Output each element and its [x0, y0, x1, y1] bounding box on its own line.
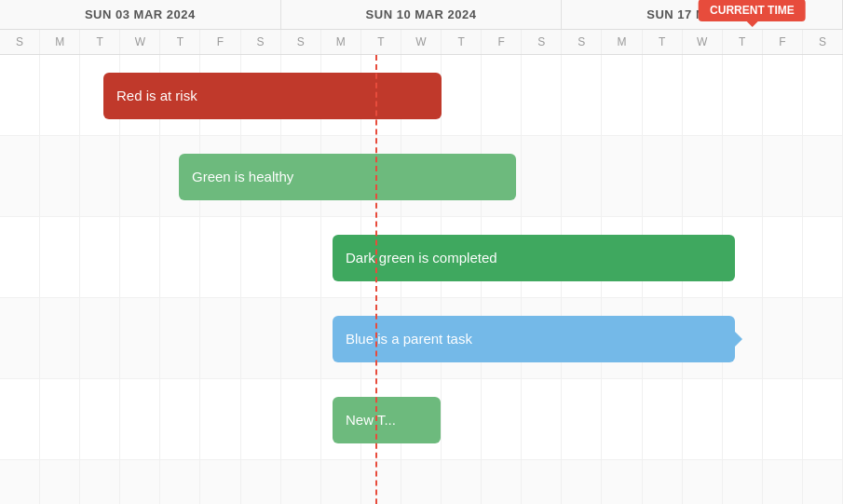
- grid-cell-5-16: [643, 460, 683, 504]
- grid-row-5: [0, 460, 843, 504]
- grid-cell-1-14: [562, 136, 602, 216]
- grid-cell-5-10: [401, 460, 442, 504]
- grid-area: CURRENT TIMERed is at riskGreen is healt…: [0, 55, 843, 504]
- grid-cell-0-15: [602, 55, 642, 135]
- day-cell-8: M: [321, 30, 361, 54]
- grid-cell-3-6: [241, 298, 281, 378]
- grid-cell-0-18: [723, 55, 763, 135]
- grid-cell-4-6: [241, 379, 281, 459]
- day-cell-0: S: [0, 30, 40, 54]
- current-time-line: CURRENT TIME: [375, 55, 377, 504]
- grid-cell-1-16: [643, 136, 683, 216]
- day-header: SMTWTFSSMTWTFSSMTWTFS: [0, 30, 843, 55]
- grid-cell-5-0: [0, 460, 40, 504]
- grid-cell-5-9: [361, 460, 401, 504]
- grid-cell-3-7: [281, 298, 321, 378]
- grid-cell-4-5: [200, 379, 240, 459]
- day-cell-19: F: [763, 30, 803, 54]
- day-cell-20: S: [803, 30, 843, 54]
- grid-cell-5-13: [522, 460, 562, 504]
- day-cell-18: T: [723, 30, 763, 54]
- grid-cell-2-1: [40, 217, 80, 297]
- day-cell-13: S: [522, 30, 562, 54]
- day-cell-1: M: [40, 30, 80, 54]
- day-cell-14: S: [562, 30, 602, 54]
- grid-cell-2-7: [281, 217, 321, 297]
- grid-cell-1-0: [0, 136, 40, 216]
- grid-cell-4-18: [723, 379, 763, 459]
- grid-cell-4-16: [643, 379, 683, 459]
- grid-cell-3-2: [80, 298, 120, 378]
- gantt-container: SUN 03 MAR 2024 SUN 10 MAR 2024 SUN 17 M…: [0, 0, 843, 504]
- grid-cell-5-12: [482, 460, 522, 504]
- task-label-green-task: Green is healthy: [192, 169, 293, 184]
- task-label-new-task: New T...: [346, 412, 396, 428]
- grid-cell-1-2: [80, 136, 120, 216]
- grid-cell-2-6: [241, 217, 281, 297]
- grid-cell-0-20: [803, 55, 843, 135]
- grid-cell-0-11: [442, 55, 482, 135]
- grid-cell-5-15: [602, 460, 642, 504]
- grid-cell-5-18: [723, 460, 763, 504]
- grid-cell-2-5: [200, 217, 240, 297]
- day-cell-3: W: [120, 30, 160, 54]
- grid-cell-1-13: [522, 136, 562, 216]
- task-bar-dark-green-task[interactable]: Dark green is completed: [333, 235, 735, 281]
- grid-cell-0-1: [40, 55, 80, 135]
- grid-cell-0-14: [562, 55, 602, 135]
- task-label-dark-green-task: Dark green is completed: [346, 250, 497, 266]
- grid-cell-2-2: [80, 217, 120, 297]
- grid-cell-2-20: [803, 217, 843, 297]
- grid-cell-4-2: [80, 379, 120, 459]
- task-label-blue-task: Blue is a parent task: [346, 331, 472, 347]
- day-cell-11: T: [442, 30, 482, 54]
- grid-cell-1-18: [723, 136, 763, 216]
- grid-cell-1-17: [683, 136, 723, 216]
- day-cell-5: F: [200, 30, 240, 54]
- day-cell-17: W: [683, 30, 723, 54]
- day-cell-2: T: [80, 30, 120, 54]
- grid-cell-1-3: [120, 136, 160, 216]
- grid-cell-5-20: [803, 460, 843, 504]
- grid-cell-4-1: [40, 379, 80, 459]
- grid-cell-1-1: [40, 136, 80, 216]
- grid-cell-5-5: [200, 460, 240, 504]
- grid-cell-1-15: [602, 136, 642, 216]
- week-label-1: SUN 10 MAR 2024: [281, 0, 563, 29]
- grid-cell-3-5: [200, 298, 240, 378]
- grid-cell-0-0: [0, 55, 40, 135]
- grid-cell-5-6: [241, 460, 281, 504]
- grid-cell-0-16: [643, 55, 683, 135]
- grid-cell-4-14: [562, 379, 602, 459]
- grid-cell-4-0: [0, 379, 40, 459]
- grid-cell-1-20: [803, 136, 843, 216]
- grid-cell-4-15: [602, 379, 642, 459]
- grid-cell-3-19: [763, 298, 803, 378]
- grid-cell-5-4: [160, 460, 200, 504]
- grid-cell-0-12: [482, 55, 522, 135]
- grid-cell-4-12: [482, 379, 522, 459]
- grid-cell-4-13: [522, 379, 562, 459]
- task-bar-new-task[interactable]: New T...: [333, 397, 441, 443]
- grid-cell-4-3: [120, 379, 160, 459]
- grid-cell-5-14: [562, 460, 602, 504]
- grid-cell-5-1: [40, 460, 80, 504]
- day-cell-10: W: [401, 30, 442, 54]
- day-cell-9: T: [361, 30, 401, 54]
- grid-cell-0-19: [763, 55, 803, 135]
- grid-cell-3-3: [120, 298, 160, 378]
- task-bar-blue-task[interactable]: Blue is a parent task: [333, 316, 735, 362]
- grid-cell-2-4: [160, 217, 200, 297]
- task-label-red-task: Red is at risk: [116, 88, 197, 103]
- task-bar-red-task[interactable]: Red is at risk: [103, 73, 442, 119]
- grid-cell-2-3: [120, 217, 160, 297]
- grid-cell-1-19: [763, 136, 803, 216]
- task-bar-green-task[interactable]: Green is healthy: [179, 154, 516, 200]
- day-cell-7: S: [281, 30, 321, 54]
- grid-cell-2-0: [0, 217, 40, 297]
- grid-cell-3-20: [803, 298, 843, 378]
- grid-cell-4-17: [683, 379, 723, 459]
- current-time-label: CURRENT TIME: [699, 0, 806, 21]
- day-cell-15: M: [602, 30, 642, 54]
- grid-cell-5-17: [683, 460, 723, 504]
